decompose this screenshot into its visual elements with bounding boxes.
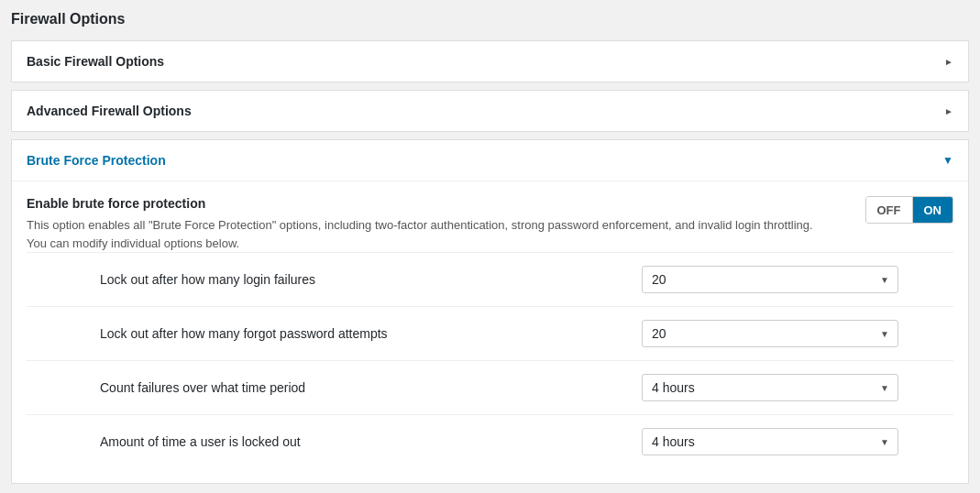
basic-firewall-label: Basic Firewall Options [27, 54, 164, 69]
advanced-firewall-label: Advanced Firewall Options [27, 104, 192, 118]
page-title: Firewall Options [11, 11, 969, 27]
option-rows-container: Lock out after how many login failures51… [27, 252, 953, 468]
option-select-lockout_time[interactable]: 1 hour2 hours4 hours8 hours24 hours [642, 428, 898, 455]
option-label-login_failures: Lock out after how many login failures [100, 272, 315, 287]
brute-force-content: Enable brute force protection This optio… [12, 181, 968, 483]
option-row-time_period: Count failures over what time period1 ho… [27, 360, 953, 414]
brute-force-toggle: OFF ON [865, 196, 954, 224]
advanced-firewall-chevron-icon: ► [944, 106, 953, 116]
toggle-off-button[interactable]: OFF [866, 197, 913, 223]
brute-force-desc-text: This option enables all "Brute Force Pro… [27, 216, 824, 252]
brute-force-description: Enable brute force protection This optio… [27, 196, 824, 252]
brute-force-section: Brute Force Protection ▼ Enable brute fo… [11, 139, 969, 484]
option-row-lockout_time: Amount of time a user is locked out1 hou… [27, 414, 953, 468]
option-select-forgot_password[interactable]: 5102050100 [642, 320, 898, 347]
basic-firewall-header[interactable]: Basic Firewall Options ► [12, 41, 968, 82]
advanced-firewall-section: Advanced Firewall Options ► [11, 90, 969, 132]
advanced-firewall-header[interactable]: Advanced Firewall Options ► [12, 91, 968, 131]
option-label-lockout_time: Amount of time a user is locked out [100, 434, 301, 449]
basic-firewall-chevron-icon: ► [944, 57, 953, 67]
brute-force-label: Brute Force Protection [27, 153, 166, 168]
option-label-time_period: Count failures over what time period [100, 380, 305, 395]
toggle-on-button[interactable]: ON [913, 197, 953, 223]
option-label-forgot_password: Lock out after how many forgot password … [100, 326, 388, 341]
option-select-login_failures[interactable]: 5102050100 [642, 266, 898, 293]
brute-force-header[interactable]: Brute Force Protection ▼ [12, 140, 968, 181]
option-select-time_period[interactable]: 1 hour2 hours4 hours8 hours24 hours [642, 374, 898, 401]
brute-force-enable-row: Enable brute force protection This optio… [27, 196, 953, 252]
basic-firewall-section: Basic Firewall Options ► [11, 40, 969, 82]
brute-force-chevron-icon: ▼ [942, 154, 953, 167]
brute-force-title: Enable brute force protection [27, 196, 824, 211]
option-row-forgot_password: Lock out after how many forgot password … [27, 306, 953, 360]
option-row-login_failures: Lock out after how many login failures51… [27, 252, 953, 306]
